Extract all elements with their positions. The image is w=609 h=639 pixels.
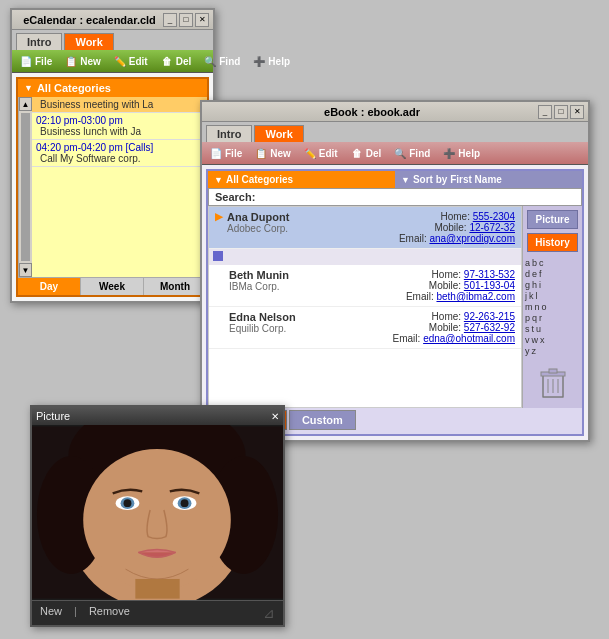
calendar-entry-0[interactable]: Business meeting with La [32, 97, 207, 113]
picture-remove-btn[interactable]: Remove [89, 605, 130, 621]
alpha-jkl: j k l [525, 291, 580, 302]
find-icon: 🔍 [203, 54, 217, 68]
ebook-minimize-btn[interactable]: _ [538, 105, 552, 119]
alpha-c[interactable]: c [539, 258, 544, 269]
picture-side-btn[interactable]: Picture [527, 210, 578, 229]
alpha-r[interactable]: r [539, 313, 542, 324]
calendar-day-tab[interactable]: Day [18, 278, 81, 295]
contact-2-home[interactable]: 92-263-215 [464, 311, 515, 322]
calendar-minimize-btn[interactable]: _ [163, 13, 177, 27]
calendar-help-btn[interactable]: ➕ Help [250, 53, 292, 69]
calendar-entry-1[interactable]: 02:10 pm-03:00 pm Business lunch with Ja [32, 113, 207, 140]
ebook-help-btn[interactable]: ➕ Help [440, 145, 482, 161]
contact-0-mobile[interactable]: 12-672-32 [469, 222, 515, 233]
resize-icon[interactable]: ⊿ [263, 605, 275, 621]
alpha-p[interactable]: p [525, 313, 530, 324]
contact-0-company: Adobec Corp. [227, 223, 399, 234]
alpha-e[interactable]: e [532, 269, 537, 280]
edit-icon: ✏️ [113, 54, 127, 68]
contact-2-email[interactable]: edna@ohotmail.com [423, 333, 515, 344]
calendar-file-btn[interactable]: 📄 File [17, 53, 54, 69]
contact-0-home[interactable]: 555-2304 [473, 211, 515, 222]
history-side-btn[interactable]: History [527, 233, 578, 252]
category-arrow-icon: ▼ [214, 175, 223, 185]
calendar-title: eCalendar : ecalendar.cld [16, 14, 163, 26]
alpha-z[interactable]: z [532, 346, 537, 357]
scroll-down-arrow[interactable]: ▼ [19, 263, 32, 277]
ebook-del-btn[interactable]: 🗑 Del [348, 145, 384, 161]
picture-close-btn[interactable]: ✕ [271, 411, 279, 422]
ebook-close-btn[interactable]: ✕ [570, 105, 584, 119]
alpha-m[interactable]: m [525, 302, 533, 313]
alpha-f[interactable]: f [539, 269, 542, 280]
calendar-entries: Business meeting with La 02:10 pm-03:00 … [32, 97, 207, 277]
help-icon: ➕ [252, 54, 266, 68]
calendar-tab-intro[interactable]: Intro [16, 33, 62, 50]
calendar-scrollbar[interactable]: ▲ ▼ [18, 97, 32, 277]
alpha-k[interactable]: k [529, 291, 534, 302]
alpha-o[interactable]: o [542, 302, 547, 313]
calendar-maximize-btn[interactable]: □ [179, 13, 193, 27]
calendar-month-tab[interactable]: Month [144, 278, 207, 295]
ebook-maximize-btn[interactable]: □ [554, 105, 568, 119]
calendar-close-btn[interactable]: ✕ [195, 13, 209, 27]
ebook-custom-tab[interactable]: Custom [289, 410, 356, 430]
contact-2-mobile[interactable]: 527-632-92 [464, 322, 515, 333]
alpha-abc: a b c [525, 258, 580, 269]
calendar-edit-btn[interactable]: ✏️ Edit [111, 53, 150, 69]
resize-handle: ⊿ [142, 605, 275, 621]
contact-1-email[interactable]: beth@ibma2.com [436, 291, 515, 302]
calendar-toolbar: 📄 File 📋 New ✏️ Edit 🗑 Del 🔍 Find ➕ Help [12, 50, 213, 73]
calendar-new-btn[interactable]: 📋 New [62, 53, 103, 69]
contact-1-mobile[interactable]: 501-193-04 [464, 280, 515, 291]
alpha-t[interactable]: t [532, 324, 535, 335]
ebook-file-btn[interactable]: 📄 File [207, 145, 244, 161]
alpha-y[interactable]: y [525, 346, 530, 357]
calendar-tab-work[interactable]: Work [64, 33, 113, 50]
ebook-find-icon: 🔍 [393, 146, 407, 160]
alpha-n[interactable]: n [535, 302, 540, 313]
alpha-a[interactable]: a [525, 258, 530, 269]
ebook-title: eBook : ebook.adr [206, 106, 538, 118]
contact-1-name: Beth Munin [229, 269, 406, 281]
sort-label: Sort by First Name [413, 174, 502, 185]
alpha-d[interactable]: d [525, 269, 530, 280]
contact-1-home[interactable]: 97-313-532 [464, 269, 515, 280]
calendar-del-btn[interactable]: 🗑 Del [158, 53, 194, 69]
picture-new-btn[interactable]: New [40, 605, 62, 621]
alpha-v[interactable]: v [525, 335, 530, 346]
alpha-x[interactable]: x [540, 335, 545, 346]
ebook-find-btn[interactable]: 🔍 Find [391, 145, 432, 161]
alpha-h[interactable]: h [532, 280, 537, 291]
alpha-vwx: v w x [525, 335, 580, 346]
contact-row-1[interactable]: Beth Munin IBMa Corp. Home: 97-313-532 M… [209, 265, 521, 307]
contact-row-2[interactable]: Edna Nelson Equilib Corp. Home: 92-263-2… [209, 307, 521, 349]
alpha-i[interactable]: i [539, 280, 541, 291]
scroll-up-arrow[interactable]: ▲ [19, 97, 32, 111]
svg-point-12 [83, 449, 231, 591]
scroll-thumb[interactable] [21, 113, 30, 261]
picture-window: Picture ✕ [30, 405, 285, 627]
alpha-q[interactable]: q [532, 313, 537, 324]
ebook-tab-intro[interactable]: Intro [206, 125, 252, 142]
search-bar: Search: [208, 188, 582, 206]
calendar-entry-2[interactable]: 04:20 pm-04:20 pm [Calls] Call My Softwa… [32, 140, 207, 167]
ebook-edit-btn[interactable]: ✏️ Edit [301, 145, 340, 161]
picture-content [32, 425, 283, 600]
alpha-g[interactable]: g [525, 280, 530, 291]
calendar-find-btn[interactable]: 🔍 Find [201, 53, 242, 69]
svg-rect-6 [549, 369, 557, 373]
alpha-j[interactable]: j [525, 291, 527, 302]
calendar-week-tab[interactable]: Week [81, 278, 144, 295]
contact-row-0[interactable]: ▶ Ana Dupont Adobec Corp. Home: 555-2304… [209, 207, 521, 249]
alpha-w[interactable]: w [532, 335, 539, 346]
contact-0-fields: Home: 555-2304 Mobile: 12-672-32 Email: … [399, 211, 515, 244]
contact-0-email[interactable]: ana@xprodigv.com [429, 233, 515, 244]
alpha-b[interactable]: b [532, 258, 537, 269]
alpha-u[interactable]: u [536, 324, 541, 335]
picture-bottom-bar: New | Remove ⊿ [32, 600, 283, 625]
alpha-s[interactable]: s [525, 324, 530, 335]
ebook-new-btn[interactable]: 📋 New [252, 145, 293, 161]
alpha-l[interactable]: l [536, 291, 538, 302]
ebook-tab-work[interactable]: Work [254, 125, 303, 142]
